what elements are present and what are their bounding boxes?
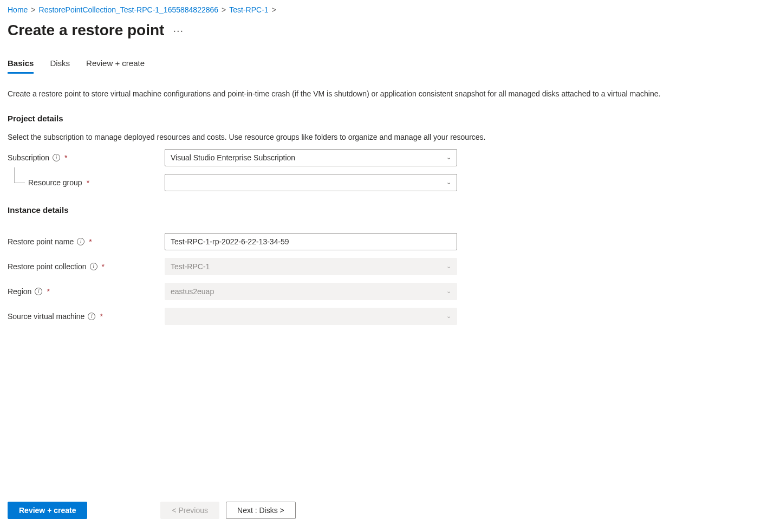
- previous-button: < Previous: [160, 502, 219, 519]
- breadcrumb-home[interactable]: Home: [8, 5, 28, 14]
- resource-group-label: Resource group: [28, 178, 82, 187]
- resource-group-row: Resource group * ⌄: [8, 174, 766, 191]
- chevron-right-icon: >: [31, 5, 35, 14]
- breadcrumb-resource[interactable]: Test-RPC-1: [229, 5, 268, 14]
- region-label-cell: Region i *: [8, 287, 165, 296]
- chevron-down-icon: ⌄: [446, 288, 451, 295]
- breadcrumb-collection[interactable]: RestorePointCollection_Test-RPC-1_165588…: [39, 5, 219, 14]
- subscription-label-cell: Subscription i *: [8, 153, 165, 162]
- restore-point-collection-label: Restore point collection: [8, 262, 87, 271]
- chevron-right-icon: >: [272, 5, 276, 14]
- page-title: Create a restore point: [8, 22, 164, 39]
- restore-point-name-input-wrap: [165, 233, 457, 250]
- source-vm-label-cell: Source virtual machine i *: [8, 312, 165, 321]
- subscription-select[interactable]: Visual Studio Enterprise Subscription ⌄: [165, 149, 457, 166]
- more-icon[interactable]: ···: [173, 24, 184, 37]
- source-vm-row: Source virtual machine i * ⌄: [8, 308, 766, 325]
- tab-disks[interactable]: Disks: [50, 59, 70, 74]
- project-details-subtext: Select the subscription to manage deploy…: [8, 133, 766, 141]
- restore-point-collection-label-cell: Restore point collection i *: [8, 262, 165, 271]
- restore-point-name-row: Restore point name i *: [8, 233, 766, 250]
- required-indicator: *: [100, 312, 102, 321]
- instance-details-header: Instance details: [8, 205, 766, 215]
- region-value: eastus2euap: [171, 287, 214, 296]
- required-indicator: *: [64, 153, 67, 162]
- info-icon[interactable]: i: [53, 154, 60, 161]
- next-button[interactable]: Next : Disks >: [226, 502, 296, 519]
- required-indicator: *: [47, 287, 49, 296]
- info-icon[interactable]: i: [88, 313, 95, 320]
- source-vm-label: Source virtual machine: [8, 312, 84, 321]
- resource-group-select[interactable]: ⌄: [165, 174, 457, 191]
- region-row: Region i * eastus2euap ⌄: [8, 283, 766, 300]
- info-icon[interactable]: i: [35, 288, 42, 295]
- title-row: Create a restore point ···: [8, 22, 766, 39]
- description-text: Create a restore point to store virtual …: [8, 89, 766, 100]
- region-label: Region: [8, 287, 31, 296]
- chevron-down-icon: ⌄: [446, 263, 451, 270]
- chevron-down-icon: ⌄: [446, 154, 451, 161]
- review-create-button[interactable]: Review + create: [8, 502, 87, 519]
- restore-point-collection-value: Test-RPC-1: [171, 262, 210, 271]
- required-indicator: *: [89, 237, 92, 246]
- restore-point-collection-row: Restore point collection i * Test-RPC-1 …: [8, 258, 766, 275]
- content-basics: Create a restore point to store virtual …: [8, 89, 766, 325]
- restore-point-name-input[interactable]: [171, 237, 451, 246]
- restore-point-name-label: Restore point name: [8, 237, 74, 246]
- breadcrumb: Home > RestorePointCollection_Test-RPC-1…: [8, 5, 766, 14]
- tab-review-create[interactable]: Review + create: [86, 59, 145, 74]
- subscription-label: Subscription: [8, 153, 49, 162]
- chevron-right-icon: >: [222, 5, 226, 14]
- tabs: Basics Disks Review + create: [8, 59, 766, 74]
- restore-point-collection-select: Test-RPC-1 ⌄: [165, 258, 457, 275]
- subscription-value: Visual Studio Enterprise Subscription: [171, 153, 295, 162]
- footer: Review + create < Previous Next : Disks …: [8, 502, 766, 519]
- subscription-row: Subscription i * Visual Studio Enterpris…: [8, 149, 766, 166]
- project-details-header: Project details: [8, 114, 766, 123]
- resource-group-label-cell: Resource group *: [8, 178, 165, 187]
- required-indicator: *: [102, 262, 105, 271]
- chevron-down-icon: ⌄: [446, 179, 451, 186]
- tab-basics[interactable]: Basics: [8, 59, 34, 74]
- region-select: eastus2euap ⌄: [165, 283, 457, 300]
- info-icon[interactable]: i: [77, 238, 84, 245]
- required-indicator: *: [87, 178, 89, 187]
- info-icon[interactable]: i: [90, 263, 97, 270]
- source-vm-select: ⌄: [165, 308, 457, 325]
- restore-point-name-label-cell: Restore point name i *: [8, 237, 165, 246]
- chevron-down-icon: ⌄: [446, 313, 451, 320]
